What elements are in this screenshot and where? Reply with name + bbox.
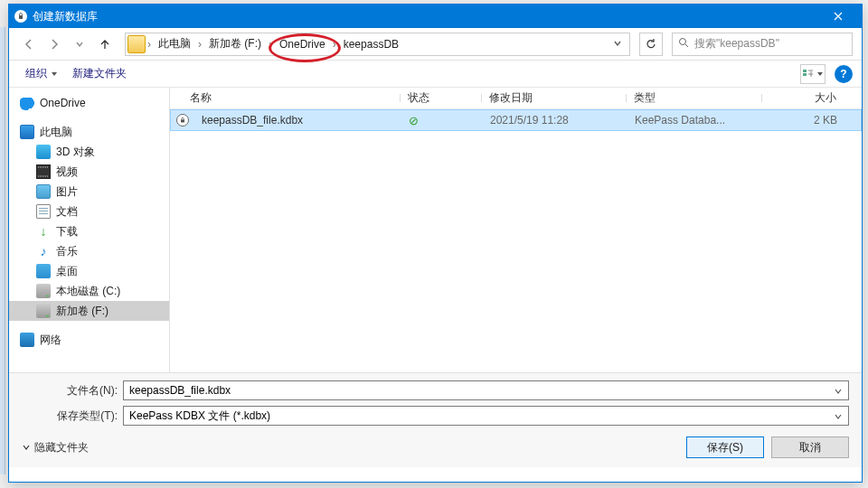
refresh-icon: [645, 38, 657, 51]
film-icon: [36, 164, 51, 179]
address-bar[interactable]: › 此电脑 › 新加卷 (F:) › OneDrive › keepassDB: [125, 33, 630, 56]
col-type[interactable]: 类型: [627, 90, 762, 106]
sidebar-3d-objects[interactable]: 3D 对象: [9, 142, 169, 162]
filename-input[interactable]: keepassDB_file.kdbx: [123, 380, 849, 400]
svg-rect-3: [803, 73, 807, 76]
col-size[interactable]: 大小: [762, 90, 844, 106]
chevron-down-icon: [834, 412, 843, 421]
search-icon: [678, 37, 689, 51]
drive-icon: [36, 284, 51, 298]
view-list-icon: [802, 69, 815, 80]
cube-icon: [36, 145, 51, 159]
folder-icon: [127, 35, 146, 53]
close-button[interactable]: [820, 5, 856, 28]
triangle-down-icon: [51, 70, 58, 78]
file-row[interactable]: keepassDB_file.kdbx ⊘ 2021/5/19 11:28 Ke…: [170, 109, 862, 131]
sidebar-drive-f[interactable]: 新加卷 (F:): [9, 301, 169, 321]
new-folder-button[interactable]: 新建文件夹: [65, 62, 134, 85]
save-dialog-window: 创建新数据库 › 此电脑 › 新加卷 (F:) › OneDrive › kee…: [8, 4, 863, 483]
download-icon: ↓: [36, 224, 51, 239]
search-box[interactable]: 搜索"keepassDB": [672, 33, 853, 56]
refresh-button[interactable]: [639, 33, 663, 56]
file-name: keepassDB_file.kdbx: [194, 114, 401, 127]
footer: 文件名(N): keepassDB_file.kdbx 保存类型(T): Kee…: [9, 372, 862, 467]
sidebar-music[interactable]: ♪音乐: [9, 241, 169, 261]
body: OneDrive 此电脑 3D 对象 视频 图片 文档 ↓下载 ♪音乐 桌面 本…: [9, 88, 862, 372]
app-icon: [14, 10, 27, 23]
file-date: 2021/5/19 11:28: [483, 114, 627, 127]
sidebar-resize-handle[interactable]: [167, 88, 170, 372]
svg-rect-4: [181, 119, 184, 122]
sidebar-pictures[interactable]: 图片: [9, 182, 169, 202]
file-status: ⊘: [401, 114, 483, 127]
desktop-icon: [36, 264, 51, 278]
sidebar-desktop[interactable]: 桌面: [9, 261, 169, 281]
file-type: KeePass Databa...: [627, 114, 763, 127]
chevron-down-icon: [22, 443, 31, 452]
view-mode-button[interactable]: [800, 64, 826, 84]
file-size: 2 KB: [763, 114, 844, 127]
filetype-select[interactable]: KeePass KDBX 文件 (*.kdbx): [123, 406, 849, 426]
arrow-up-icon: [99, 38, 111, 51]
crumb-keepassdb[interactable]: keepassDB: [338, 33, 404, 55]
triangle-down-icon: [816, 70, 824, 78]
svg-rect-2: [803, 70, 807, 72]
network-icon: [20, 333, 34, 347]
arrow-left-icon: [23, 38, 35, 51]
address-dropdown[interactable]: [606, 38, 629, 51]
picture-icon: [36, 184, 51, 199]
chevron-down-icon: [613, 39, 622, 48]
cloud-icon: [20, 96, 34, 110]
keepass-file-icon: [176, 114, 189, 127]
sidebar-onedrive[interactable]: OneDrive: [9, 93, 169, 113]
sidebar-videos[interactable]: 视频: [9, 162, 169, 182]
filetype-label: 保存类型(T):: [22, 408, 123, 424]
organize-button[interactable]: 组织: [18, 62, 65, 85]
help-button[interactable]: ?: [835, 65, 853, 83]
filename-dropdown[interactable]: [831, 384, 845, 399]
breadcrumb-sep: ›: [146, 38, 153, 51]
col-status[interactable]: 状态: [401, 90, 482, 106]
file-list: 名称 状态 修改日期 类型 大小 keepassDB_file.kdbx ⊘ 2…: [170, 88, 862, 372]
arrow-right-icon: [48, 38, 61, 51]
back-button[interactable]: [18, 33, 40, 55]
col-date[interactable]: 修改日期: [482, 90, 627, 106]
music-note-icon: ♪: [36, 244, 51, 258]
drive-icon: [36, 304, 51, 318]
filetype-dropdown[interactable]: [831, 409, 845, 424]
filename-label: 文件名(N):: [22, 383, 123, 399]
up-button[interactable]: [94, 33, 116, 55]
toolbar: 组织 新建文件夹 ?: [9, 61, 862, 88]
save-button[interactable]: 保存(S): [686, 436, 764, 458]
crumb-drive[interactable]: 新加卷 (F:): [203, 33, 267, 55]
col-name[interactable]: 名称: [170, 90, 401, 106]
crumb-thispc[interactable]: 此电脑: [153, 33, 196, 55]
search-placeholder: 搜索"keepassDB": [694, 36, 779, 52]
forward-button[interactable]: [43, 33, 65, 55]
sidebar-documents[interactable]: 文档: [9, 202, 169, 221]
svg-point-1: [680, 39, 686, 45]
background-edge: [0, 27, 5, 474]
sync-ok-icon: ⊘: [409, 114, 419, 127]
sidebar-network[interactable]: 网络: [9, 330, 169, 350]
chevron-down-icon: [834, 387, 843, 396]
svg-rect-0: [19, 15, 23, 19]
titlebar[interactable]: 创建新数据库: [9, 5, 862, 28]
sidebar: OneDrive 此电脑 3D 对象 视频 图片 文档 ↓下载 ♪音乐 桌面 本…: [9, 88, 170, 372]
document-icon: [36, 204, 51, 219]
chevron-down-icon: [75, 40, 84, 49]
window-title: 创建新数据库: [33, 9, 820, 24]
recent-dropdown[interactable]: [69, 33, 90, 55]
cancel-button[interactable]: 取消: [771, 436, 849, 458]
sidebar-downloads[interactable]: ↓下载: [9, 221, 169, 241]
pc-icon: [20, 125, 34, 139]
nav-row: › 此电脑 › 新加卷 (F:) › OneDrive › keepassDB …: [9, 28, 862, 61]
sidebar-drive-c[interactable]: 本地磁盘 (C:): [9, 281, 169, 301]
column-header-row: 名称 状态 修改日期 类型 大小: [170, 88, 862, 109]
close-icon: [834, 12, 843, 21]
sidebar-thispc[interactable]: 此电脑: [9, 122, 169, 142]
hide-folders-toggle[interactable]: 隐藏文件夹: [22, 440, 89, 455]
crumb-onedrive[interactable]: OneDrive: [274, 33, 331, 55]
